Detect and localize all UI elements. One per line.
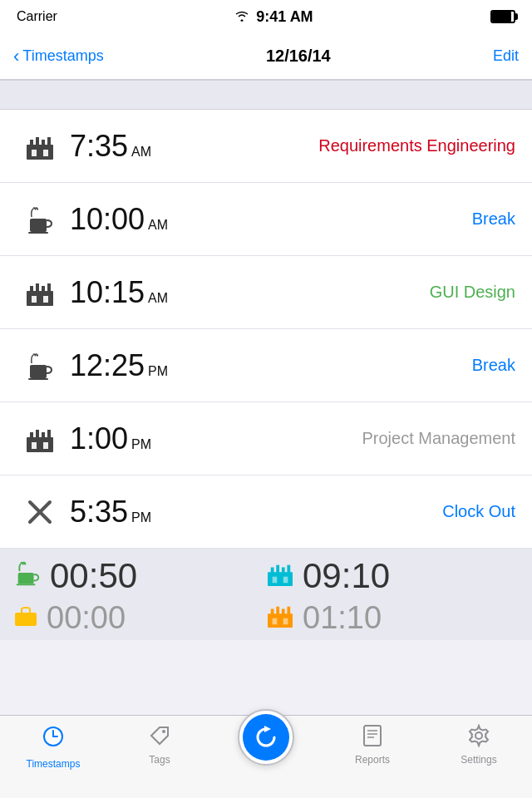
summary-row-top: 00:50 09:10 [13, 555, 519, 597]
table-row[interactable]: 12:25 PM Break [0, 329, 532, 402]
battery-area [490, 10, 515, 23]
reports-icon [361, 724, 384, 751]
svg-rect-0 [27, 145, 53, 160]
svg-rect-14 [32, 296, 37, 303]
row-label: Clock Out [203, 502, 515, 521]
svg-rect-4 [47, 137, 51, 146]
summary-work-value: 09:10 [303, 556, 390, 596]
svg-rect-13 [47, 283, 51, 293]
svg-rect-1 [30, 140, 33, 146]
tab-timestamps[interactable]: Timestamps [0, 724, 106, 770]
gear-icon [467, 724, 490, 751]
row-time: 10:00 AM [70, 202, 203, 237]
tab-tags[interactable]: Tags [106, 724, 213, 766]
summary-briefcase-icon [13, 603, 38, 632]
nav-title-area: 12/16/14 [266, 47, 331, 66]
timestamp-list: 7:35 AM Requirements Engineering 10:00 A… [0, 110, 532, 549]
table-row[interactable]: 10:00 AM Break [0, 183, 532, 256]
nav-back-button[interactable]: ‹ Timestamps [13, 46, 104, 67]
svg-rect-31 [276, 564, 279, 573]
summary-extra1: 00:00 [13, 600, 266, 636]
refresh-button[interactable] [243, 714, 289, 761]
clock-out-icon [17, 497, 63, 527]
summary-break-value: 00:50 [50, 556, 137, 596]
svg-rect-50 [364, 726, 381, 746]
row-label: Break [203, 209, 515, 229]
tab-settings[interactable]: Settings [426, 724, 532, 766]
summary-work-time: 09:10 [266, 556, 519, 596]
row-label: Project Management [203, 429, 515, 448]
table-row[interactable]: 7:35 AM Requirements Engineering [0, 110, 532, 183]
svg-rect-17 [28, 378, 48, 380]
carrier-label: Carrier [17, 9, 57, 24]
row-time: 10:15 AM [70, 275, 203, 310]
svg-point-54 [475, 732, 482, 739]
summary-factory2-icon [266, 603, 294, 633]
battery-icon [490, 10, 515, 23]
summary-extra1-value: 00:00 [47, 600, 126, 636]
nav-back-label: Timestamps [22, 47, 103, 65]
table-row[interactable]: 5:35 PM Clock Out [0, 475, 532, 549]
svg-rect-32 [282, 567, 285, 574]
nav-date-label: 12/16/14 [266, 47, 331, 66]
summary-extra2-value: 01:10 [303, 600, 382, 636]
table-row[interactable]: 10:15 AM GUI Design [0, 256, 532, 329]
svg-rect-28 [17, 584, 36, 585]
summary-break-time: 00:50 [13, 556, 266, 596]
row-label: Requirements Engineering [203, 136, 515, 155]
svg-rect-12 [42, 286, 45, 293]
svg-rect-42 [273, 618, 278, 624]
summary-row-bottom: 00:00 01:10 [13, 597, 519, 638]
svg-rect-24 [43, 442, 48, 449]
svg-rect-37 [268, 613, 293, 628]
wifi-icon [234, 10, 249, 24]
nav-edit-button[interactable]: Edit [493, 47, 519, 65]
factory-icon [17, 279, 63, 306]
svg-rect-2 [36, 137, 39, 146]
row-label: GUI Design [203, 283, 515, 302]
svg-rect-6 [43, 150, 48, 156]
row-label: Break [203, 356, 515, 375]
clock-icon [41, 724, 66, 755]
svg-marker-49 [264, 726, 271, 732]
svg-rect-30 [271, 567, 274, 574]
row-time: 1:00 PM [70, 421, 203, 456]
tab-settings-label: Settings [461, 754, 496, 766]
table-row[interactable]: 1:00 PM Project Management [0, 402, 532, 475]
svg-point-48 [162, 730, 165, 733]
svg-rect-23 [32, 442, 37, 449]
factory-icon [17, 426, 63, 452]
svg-rect-43 [283, 618, 288, 624]
svg-rect-39 [276, 606, 279, 614]
svg-rect-20 [36, 430, 39, 439]
status-bar: Carrier 9:41 AM [0, 0, 532, 33]
svg-rect-18 [27, 437, 53, 452]
refresh-circle [238, 709, 294, 766]
row-time: 12:25 PM [70, 348, 203, 383]
tab-tags-label: Tags [149, 754, 170, 766]
row-time: 5:35 PM [70, 495, 203, 530]
tab-reports[interactable]: Reports [319, 724, 426, 766]
coffee-icon [17, 352, 63, 380]
section-header [0, 80, 532, 110]
svg-rect-38 [271, 608, 274, 615]
svg-rect-33 [287, 564, 290, 573]
svg-rect-5 [32, 150, 37, 156]
tab-refresh[interactable] [213, 709, 319, 766]
svg-rect-9 [27, 291, 53, 306]
tab-reports-label: Reports [355, 754, 390, 766]
tab-bar: Timestamps Tags [0, 715, 532, 798]
svg-rect-40 [282, 608, 285, 615]
svg-rect-8 [28, 232, 48, 234]
svg-rect-21 [42, 432, 45, 439]
summary-factory-icon [266, 561, 294, 592]
svg-rect-22 [47, 430, 51, 439]
summary-extra2: 01:10 [266, 600, 519, 636]
coffee-icon [17, 205, 63, 234]
svg-rect-27 [18, 573, 34, 584]
tag-icon [148, 724, 171, 751]
svg-rect-34 [273, 576, 278, 583]
svg-rect-19 [30, 432, 33, 439]
tab-timestamps-label: Timestamps [27, 758, 81, 770]
row-time: 7:35 AM [70, 129, 203, 164]
